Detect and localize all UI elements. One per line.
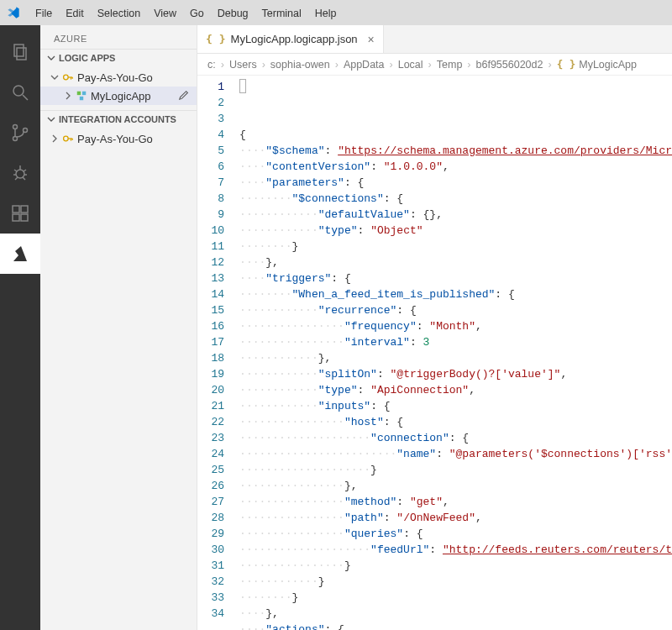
- menu-bar: FileEditSelectionViewGoDebugTerminalHelp: [29, 7, 344, 19]
- line-number: 18: [197, 350, 224, 366]
- activity-bar: [0, 25, 40, 630]
- breadcrumbs[interactable]: c:›Users›sophia-owen›AppData›Local›Temp›…: [197, 54, 672, 76]
- code-line[interactable]: ····"parameters": {: [239, 175, 672, 191]
- search-icon[interactable]: [0, 72, 40, 113]
- code-line[interactable]: ················}: [239, 558, 672, 574]
- debug-icon[interactable]: [0, 153, 40, 193]
- svg-line-14: [23, 177, 25, 180]
- breadcrumb-segment[interactable]: Temp: [437, 59, 463, 71]
- line-number: 4: [197, 127, 224, 143]
- menu-debug[interactable]: Debug: [211, 8, 255, 19]
- chevron-right-icon: ›: [465, 59, 472, 71]
- breadcrumb-segment[interactable]: sophia-owen: [270, 59, 330, 71]
- code-line[interactable]: ············},: [239, 350, 672, 366]
- code-editor[interactable]: 1234567891011121314151617181920212223242…: [197, 76, 672, 630]
- menu-edit[interactable]: Edit: [59, 8, 91, 19]
- code-line[interactable]: ············"inputs": {: [239, 398, 672, 414]
- vscode-logo-icon: [7, 6, 20, 19]
- svg-rect-15: [13, 206, 19, 213]
- line-number: 20: [197, 382, 224, 398]
- section-integration-accounts[interactable]: INTEGRATION ACCOUNTS: [40, 110, 197, 128]
- line-number: 21: [197, 398, 224, 414]
- breadcrumb-segment[interactable]: AppData: [344, 59, 385, 71]
- code-line[interactable]: {: [239, 127, 672, 143]
- menu-terminal[interactable]: Terminal: [255, 8, 308, 19]
- svg-line-10: [24, 170, 26, 171]
- code-line[interactable]: ····"contentVersion": "1.0.0.0",: [239, 159, 672, 175]
- tree-item-pay-as-you-go[interactable]: Pay-As-You-Go: [40, 129, 197, 148]
- tab-mylogicapp[interactable]: { } MyLogicApp.logicapp.json ×: [197, 25, 384, 53]
- line-number: 32: [197, 574, 224, 590]
- tree-item-mylogicapp[interactable]: MyLogicApp: [40, 87, 197, 105]
- line-number: 11: [197, 239, 224, 255]
- code-line[interactable]: ············}: [239, 574, 672, 590]
- menu-file[interactable]: File: [29, 8, 59, 19]
- code-line[interactable]: ············"recurrence": {: [239, 302, 672, 318]
- code-line[interactable]: ····"$schema": "https://schema.managemen…: [239, 143, 672, 159]
- json-braces-icon: { }: [206, 33, 225, 45]
- line-number: 13: [197, 270, 224, 286]
- svg-rect-0: [14, 45, 24, 56]
- svg-rect-18: [21, 206, 28, 213]
- code-line[interactable]: ····················}: [239, 462, 672, 478]
- code-line[interactable]: ················"host": {: [239, 414, 672, 430]
- azure-icon[interactable]: [0, 234, 40, 274]
- titlebar: FileEditSelectionViewGoDebugTerminalHelp: [0, 0, 672, 25]
- code-line[interactable]: ················"frequency": "Month",: [239, 318, 672, 334]
- pencil-icon[interactable]: [178, 89, 190, 103]
- tree-item-pay-as-you-go[interactable]: Pay-As-You-Go: [40, 68, 197, 87]
- code-content[interactable]: {····"$schema": "https://schema.manageme…: [233, 76, 672, 630]
- code-line[interactable]: ············"splitOn": "@triggerBody()?[…: [239, 366, 672, 382]
- svg-rect-25: [80, 97, 83, 100]
- files-icon[interactable]: [0, 32, 40, 72]
- key-icon: [62, 71, 74, 83]
- code-line[interactable]: ················"method": "get",: [239, 494, 672, 510]
- code-line[interactable]: ········"$connections": {: [239, 191, 672, 207]
- code-line[interactable]: ············"type": "Object": [239, 223, 672, 239]
- line-number: 1: [197, 79, 224, 95]
- editor-group: { } MyLogicApp.logicapp.json × c:›Users›…: [197, 25, 672, 630]
- code-line[interactable]: ····················"feedUrl": "http://f…: [239, 542, 672, 558]
- menu-help[interactable]: Help: [308, 8, 344, 19]
- close-icon[interactable]: ×: [368, 33, 375, 46]
- code-line[interactable]: ····},: [239, 606, 672, 622]
- menu-view[interactable]: View: [147, 8, 183, 19]
- menu-selection[interactable]: Selection: [91, 8, 147, 19]
- section-logic-apps[interactable]: LOGIC APPS: [40, 49, 197, 66]
- breadcrumb-file[interactable]: MyLogicApp: [579, 59, 637, 71]
- breadcrumb-segment[interactable]: c:: [207, 59, 216, 71]
- line-number: 24: [197, 446, 224, 462]
- code-line[interactable]: ················},: [239, 478, 672, 494]
- code-line[interactable]: ············"defaultValue": {},: [239, 207, 672, 223]
- extensions-icon[interactable]: [0, 193, 40, 234]
- line-number: 28: [197, 510, 224, 526]
- svg-line-3: [23, 95, 28, 100]
- code-line[interactable]: ····"triggers": {: [239, 270, 672, 286]
- code-line[interactable]: ········}: [239, 239, 672, 255]
- code-line[interactable]: ············"type": "ApiConnection",: [239, 382, 672, 398]
- source-control-icon[interactable]: [0, 113, 40, 153]
- code-line[interactable]: ········}: [239, 590, 672, 606]
- line-number: 22: [197, 414, 224, 430]
- line-number: 12: [197, 255, 224, 270]
- line-number: 14: [197, 286, 224, 302]
- chevron-right-icon: ›: [333, 59, 340, 71]
- code-line[interactable]: ········"When_a_feed_item_is_published":…: [239, 286, 672, 302]
- code-line[interactable]: ················"path": "/OnNewFeed",: [239, 510, 672, 526]
- svg-rect-17: [21, 214, 28, 221]
- breadcrumb-segment[interactable]: Local: [398, 59, 423, 71]
- breadcrumb-segment[interactable]: b6f9556020d2: [476, 59, 543, 71]
- line-number: 25: [197, 462, 224, 478]
- breadcrumb-segment[interactable]: Users: [229, 59, 257, 71]
- line-number: 15: [197, 302, 224, 318]
- code-line[interactable]: ····"actions": {: [239, 622, 672, 630]
- code-line[interactable]: ····},: [239, 255, 672, 270]
- line-number: 19: [197, 366, 224, 382]
- menu-go[interactable]: Go: [183, 8, 211, 19]
- code-line[interactable]: ····················"connection": {: [239, 430, 672, 446]
- svg-point-26: [64, 136, 69, 141]
- key-icon: [62, 133, 74, 144]
- code-line[interactable]: ························"name": "@parame…: [239, 446, 672, 462]
- code-line[interactable]: ················"interval": 3: [239, 334, 672, 350]
- code-line[interactable]: ················"queries": {: [239, 526, 672, 542]
